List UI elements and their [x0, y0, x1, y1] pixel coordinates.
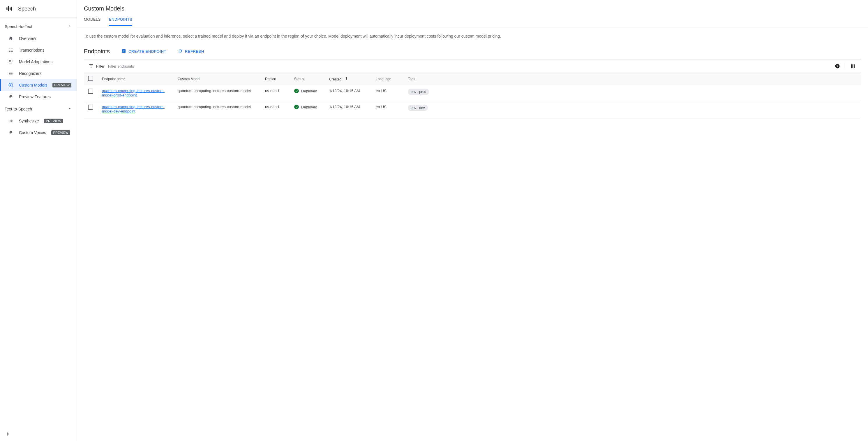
endpoints-table-container: Filter ? Endpoint name Custom Mo [84, 59, 861, 117]
sidebar: Speech Speech-to-Text Overview Transcrip… [0, 0, 77, 441]
custom-voices-icon [8, 130, 14, 136]
status-cell: Deployed [294, 89, 321, 93]
sidebar-item-synthesize[interactable]: Synthesize PREVIEW [0, 115, 76, 127]
svg-rect-40 [854, 64, 855, 68]
sidebar-item-model-adaptations[interactable]: Model Adaptations [0, 56, 76, 68]
page-title: Custom Models [84, 5, 861, 12]
svg-rect-32 [123, 51, 125, 51]
nav-item-label: Overview [19, 36, 36, 41]
svg-rect-10 [9, 60, 10, 61]
svg-rect-38 [851, 64, 852, 68]
svg-rect-6 [9, 51, 10, 52]
filter-input[interactable] [108, 64, 830, 68]
tabs: MODELS ENDPOINTS [84, 17, 861, 26]
header-status[interactable]: Status [290, 73, 325, 85]
svg-rect-28 [12, 121, 13, 121]
nav-section-label: Speech-to-Text [5, 24, 32, 29]
section-toolbar: Endpoints CREATE ENDPOINT REFRESH [84, 48, 861, 55]
svg-rect-27 [11, 120, 12, 122]
header-language[interactable]: Language [372, 73, 404, 85]
sidebar-item-overview[interactable]: Overview [0, 33, 76, 44]
table-row: quantum-computing-lectures-custom-model-… [84, 101, 861, 117]
header-created[interactable]: Created [325, 73, 372, 85]
separator [845, 63, 845, 70]
nav-item-label: Transcriptions [19, 48, 44, 53]
region-cell: us-east1 [261, 101, 290, 117]
nav-item-label: Preview Features [19, 94, 51, 99]
svg-rect-33 [89, 64, 93, 65]
sidebar-item-preview-features[interactable]: Preview Features [0, 91, 76, 102]
row-checkbox[interactable] [88, 89, 93, 94]
deployed-check-icon [294, 89, 299, 93]
svg-rect-34 [90, 66, 93, 66]
page-header: Custom Models MODELS ENDPOINTS [77, 0, 868, 26]
sidebar-item-custom-models[interactable]: Custom Models PREVIEW [0, 79, 76, 91]
endpoints-table: Endpoint name Custom Model Region Status… [84, 72, 861, 117]
header-region[interactable]: Region [261, 73, 290, 85]
preview-badge: PREVIEW [51, 130, 70, 135]
preview-features-icon [8, 94, 14, 100]
help-button[interactable]: ? [834, 63, 841, 70]
svg-rect-17 [9, 72, 10, 72]
svg-rect-7 [10, 49, 13, 49]
create-endpoint-button[interactable]: CREATE ENDPOINT [121, 49, 166, 54]
row-checkbox[interactable] [88, 105, 93, 110]
collapse-sidebar-button[interactable] [5, 431, 12, 438]
select-all-checkbox[interactable] [88, 76, 93, 81]
adaptations-icon [8, 59, 14, 65]
filter-icon [89, 63, 94, 69]
header-endpoint-name[interactable]: Endpoint name [98, 73, 174, 85]
svg-rect-8 [10, 50, 13, 51]
nav-item-label: Recognizers [19, 71, 42, 76]
svg-rect-26 [10, 120, 11, 122]
nav-item-label: Synthesize [19, 119, 39, 123]
tab-models[interactable]: MODELS [84, 17, 101, 26]
svg-rect-9 [10, 51, 13, 52]
header-custom-model[interactable]: Custom Model [174, 73, 261, 85]
sidebar-item-transcriptions[interactable]: Transcriptions [0, 44, 76, 56]
section-title: Endpoints [84, 48, 110, 55]
nav-item-label: Custom Models [19, 83, 47, 87]
svg-rect-2 [10, 7, 10, 10]
refresh-button[interactable]: REFRESH [178, 49, 204, 54]
button-label: CREATE ENDPOINT [128, 49, 166, 54]
header-tags[interactable]: Tags [404, 73, 861, 85]
recognizers-icon [8, 70, 14, 77]
refresh-icon [178, 49, 183, 54]
created-cell: 1/12/24, 10:15 AM [325, 101, 372, 117]
chevron-up-icon [67, 106, 72, 112]
deployed-check-icon [294, 105, 299, 109]
status-cell: Deployed [294, 105, 321, 109]
language-cell: en-US [372, 101, 404, 117]
endpoint-name-link[interactable]: quantum-computing-lectures-custom-model-… [102, 105, 164, 113]
sidebar-item-recognizers[interactable]: Recognizers [0, 68, 76, 79]
svg-rect-18 [10, 72, 13, 72]
preview-badge: PREVIEW [44, 119, 63, 123]
svg-rect-5 [9, 50, 10, 51]
tab-content: To use the custom model for evaluation a… [77, 26, 868, 441]
custom-models-icon [8, 82, 14, 88]
svg-rect-22 [10, 75, 13, 75]
created-cell: 1/12/24, 10:15 AM [325, 85, 372, 101]
home-icon [8, 35, 14, 41]
svg-rect-21 [9, 75, 10, 75]
nav-section-speech-to-text[interactable]: Speech-to-Text [0, 20, 76, 33]
filter-bar: Filter ? [84, 60, 861, 72]
svg-rect-15 [12, 61, 12, 62]
sidebar-item-custom-voices[interactable]: Custom Voices PREVIEW [0, 127, 76, 139]
sort-ascending-icon [344, 77, 348, 81]
svg-rect-11 [10, 60, 11, 61]
tab-endpoints[interactable]: ENDPOINTS [109, 17, 132, 26]
svg-rect-35 [91, 67, 92, 67]
svg-rect-4 [9, 49, 10, 49]
nav-section-text-to-speech[interactable]: Text-to-Speech [0, 102, 76, 115]
svg-rect-39 [852, 64, 854, 68]
chevron-up-icon [67, 24, 72, 29]
svg-rect-1 [8, 6, 9, 11]
custom-model-cell: quantum-computing-lectures-custom-model [174, 101, 261, 117]
column-selector-button[interactable] [849, 63, 856, 70]
svg-rect-0 [6, 7, 7, 10]
svg-rect-14 [10, 61, 11, 62]
svg-rect-13 [9, 61, 10, 62]
endpoint-name-link[interactable]: quantum-computing-lectures-custom-model-… [102, 89, 164, 97]
